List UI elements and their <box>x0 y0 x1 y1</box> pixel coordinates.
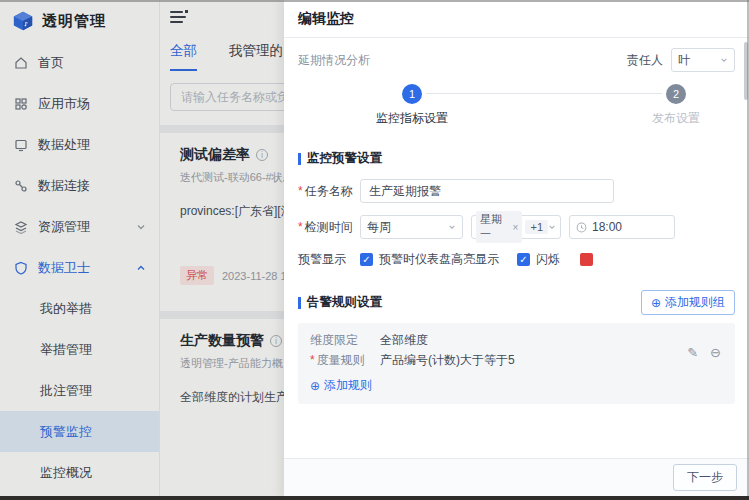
analysis-name-label: 延期情况分析 <box>298 52 370 69</box>
steps-wizard: 1 2 监控指标设置 发布设置 <box>298 78 735 140</box>
edit-rule-icon[interactable]: ✎ <box>687 345 698 360</box>
drawer-footer: 下一步 <box>284 458 749 496</box>
screen-edge-top <box>0 0 749 2</box>
frequency-value: 每周 <box>367 219 391 236</box>
section-accent-bar <box>298 297 301 309</box>
remove-rule-icon[interactable]: ⊖ <box>710 345 721 360</box>
screen-edge-bottom <box>0 496 749 500</box>
edit-monitor-drawer: 编辑监控 延期情况分析 责任人 叶 1 2 监控指标设置 发布设置 <box>284 0 749 500</box>
drawer-body: 延期情况分析 责任人 叶 1 2 监控指标设置 发布设置 监控预警设置 <box>284 48 749 404</box>
more-count-tag: +1 <box>525 220 548 234</box>
check-time-label: *检测时间 <box>298 219 360 236</box>
alert-display-row: 预警显示 ✓ 预警时仪表盘高亮显示 ✓ 闪烁 <box>298 251 735 268</box>
drawer-header: 编辑监控 <box>284 0 749 38</box>
owner-select[interactable]: 叶 <box>671 48 735 72</box>
circle-plus-icon: ⊕ <box>651 297 661 309</box>
next-step-button[interactable]: 下一步 <box>673 464 737 491</box>
add-rule-link[interactable]: ⊕ 添加规则 <box>310 377 723 394</box>
task-name-label: *任务名称 <box>298 183 360 200</box>
section-accent-bar <box>298 153 301 165</box>
section-title: 告警规则设置 <box>307 294 382 311</box>
circle-plus-icon: ⊕ <box>310 380 320 392</box>
required-asterisk: * <box>298 220 303 234</box>
weekday-multiselect[interactable]: 星期一 × +1 <box>471 215 561 239</box>
step-connector-line <box>426 93 662 94</box>
add-rule-label: 添加规则 <box>324 377 372 394</box>
blink-checkbox[interactable]: ✓ <box>517 253 530 266</box>
step-2-label: 发布设置 <box>631 110 721 127</box>
check-time-row: *检测时间 每周 星期一 × +1 <box>298 215 735 239</box>
chevron-down-icon <box>720 56 728 64</box>
dimension-limit-label: 维度限定 <box>310 332 380 349</box>
owner-select-value: 叶 <box>678 52 690 69</box>
section-alert-rules: 告警规则设置 ⊕ 添加规则组 <box>298 290 735 315</box>
dimension-limit-row: 维度限定 全部维度 <box>310 332 723 349</box>
step-1-circle[interactable]: 1 <box>402 84 422 104</box>
weekday-tag-label: 星期一 <box>480 212 510 242</box>
highlight-checkbox-label: 预警时仪表盘高亮显示 <box>379 251 499 268</box>
clock-icon <box>576 222 587 233</box>
measure-rule-label: *度量规则 <box>310 352 380 369</box>
task-name-row: *任务名称 <box>298 179 735 203</box>
time-picker[interactable]: 18:00 <box>569 215 675 239</box>
add-rule-group-label: 添加规则组 <box>665 294 725 311</box>
alert-display-label: 预警显示 <box>298 251 360 268</box>
owner-label: 责任人 <box>627 52 663 69</box>
tag-close-icon[interactable]: × <box>513 222 519 233</box>
section-title: 监控预警设置 <box>307 150 382 167</box>
add-rule-group-button[interactable]: ⊕ 添加规则组 <box>641 290 735 315</box>
time-value: 18:00 <box>592 220 622 234</box>
highlight-checkbox[interactable]: ✓ <box>360 253 373 266</box>
step-1-label: 监控指标设置 <box>367 110 457 127</box>
alert-color-swatch[interactable] <box>580 253 593 266</box>
blink-checkbox-label: 闪烁 <box>536 251 560 268</box>
required-asterisk: * <box>298 184 303 198</box>
task-name-input[interactable] <box>360 179 614 203</box>
step-2-circle[interactable]: 2 <box>666 84 686 104</box>
required-asterisk: * <box>310 353 315 367</box>
section-warning-settings: 监控预警设置 <box>298 150 735 167</box>
chevron-down-icon <box>448 223 456 231</box>
measure-rule-value: 产品编号(计数)大于等于5 <box>380 352 515 369</box>
frequency-select[interactable]: 每周 <box>360 215 463 239</box>
chevron-down-icon <box>548 223 556 231</box>
measure-rule-row: *度量规则 产品编号(计数)大于等于5 <box>310 352 723 369</box>
weekday-tag: 星期一 × <box>476 211 522 243</box>
rule-group-card: 维度限定 全部维度 *度量规则 产品编号(计数)大于等于5 ✎ ⊖ ⊕ 添加规则 <box>298 323 735 404</box>
drawer-title: 编辑监控 <box>298 10 354 28</box>
dimension-limit-value: 全部维度 <box>380 332 428 349</box>
